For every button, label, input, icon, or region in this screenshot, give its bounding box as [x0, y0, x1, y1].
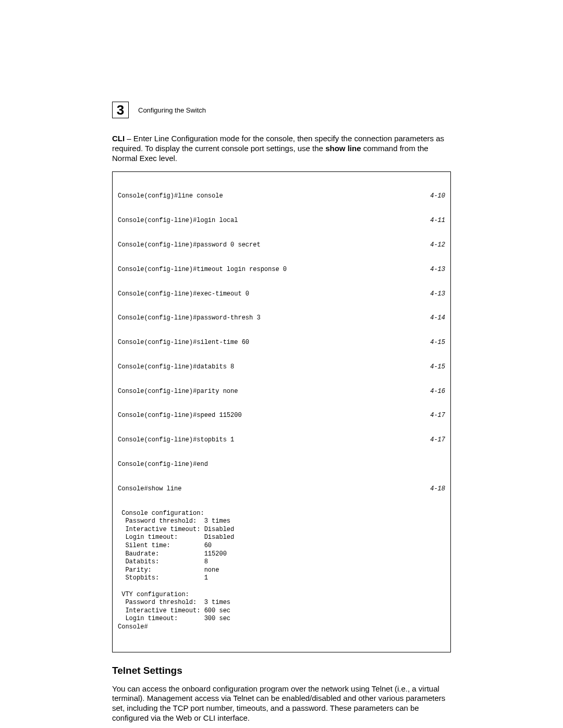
code-ref: 4-15	[430, 363, 445, 372]
code-ref: 4-12	[430, 241, 445, 250]
section-paragraph: You can access the onboard configuration…	[112, 684, 451, 723]
code-cmd: Console(config-line)#speed 115200	[118, 412, 242, 420]
code-cmd: Console(config-line)#databits 8	[118, 363, 234, 372]
code-row: Console(config-line)#password-thresh 34-…	[118, 314, 445, 323]
code-cmd: Console(config-line)#parity none	[118, 388, 238, 396]
code-cmd: Console(config-line)#exec-timeout 0	[118, 290, 249, 299]
intro-show-line: show line	[325, 144, 361, 153]
code-row: Console(config-line)#silent-time 604-15	[118, 339, 445, 347]
code-output: Console configuration: Password threshol…	[118, 510, 445, 632]
code-row: Console(config-line)#speed 1152004-17	[118, 412, 445, 420]
intro-cli-label: CLI	[112, 134, 125, 143]
code-cmd: Console(config-line)#timeout login respo…	[118, 266, 287, 274]
code-cmd: Console(config-line)#password-thresh 3	[118, 314, 261, 323]
code-row: Console(config-line)#end	[118, 461, 445, 469]
cli-code-block: Console(config)#line console4-10 Console…	[112, 171, 451, 652]
code-ref: 4-10	[430, 192, 445, 201]
page-content: 3 Configuring the Switch CLI – Enter Lin…	[0, 0, 563, 728]
code-row: Console(config-line)#timeout login respo…	[118, 266, 445, 274]
chapter-number: 3	[117, 102, 124, 118]
code-row: Console(config-line)#password 0 secret4-…	[118, 241, 445, 250]
code-row: Console(config-line)#stopbits 14-17	[118, 436, 445, 445]
chapter-number-box: 3	[112, 102, 129, 118]
chapter-title: Configuring the Switch	[138, 106, 206, 114]
code-row: Console(config-line)#exec-timeout 04-13	[118, 290, 445, 299]
code-ref: 4-13	[430, 290, 445, 299]
code-row: Console(config-line)#login local4-11	[118, 217, 445, 225]
code-cmd: Console(config-line)#stopbits 1	[118, 436, 234, 445]
code-cmd: Console(config-line)#silent-time 60	[118, 339, 249, 347]
code-ref: 4-17	[430, 436, 445, 445]
intro-paragraph: CLI – Enter Line Configuration mode for …	[112, 134, 451, 163]
code-row: Console(config-line)#parity none4-16	[118, 388, 445, 396]
code-cmd: Console(config-line)#password 0 secret	[118, 241, 261, 250]
code-row: Console#show line4-18	[118, 485, 445, 493]
code-cmd: Console(config)#line console	[118, 192, 223, 201]
code-ref: 4-11	[430, 217, 445, 225]
code-ref: 4-14	[430, 314, 445, 323]
code-ref: 4-13	[430, 266, 445, 274]
section-heading: Telnet Settings	[112, 665, 451, 676]
code-cmd: Console#show line	[118, 485, 181, 493]
code-ref: 4-15	[430, 339, 445, 347]
code-cmd: Console(config-line)#end	[118, 461, 208, 469]
code-row: Console(config-line)#databits 84-15	[118, 363, 445, 372]
code-ref: 4-17	[430, 412, 445, 420]
code-ref: 4-18	[430, 485, 445, 493]
page-header: 3 Configuring the Switch	[112, 102, 451, 118]
code-cmd: Console(config-line)#login local	[118, 217, 238, 225]
code-ref: 4-16	[430, 388, 445, 396]
code-row: Console(config)#line console4-10	[118, 192, 445, 201]
